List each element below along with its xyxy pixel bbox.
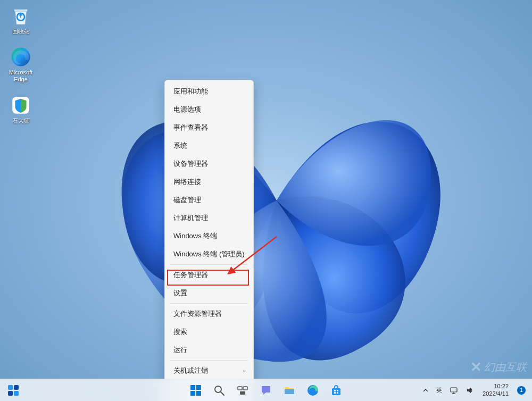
tray-time: 10:22 — [494, 383, 509, 390]
svg-rect-11 — [196, 391, 201, 396]
file-explorer-icon — [283, 384, 296, 397]
taskbar-task-view[interactable] — [232, 381, 253, 400]
svg-rect-21 — [337, 390, 338, 391]
volume-icon — [466, 386, 474, 395]
watermark-text: 幻由互联 — [484, 360, 527, 374]
menu-item-run[interactable]: 运行 — [167, 341, 251, 359]
svg-rect-10 — [190, 391, 195, 396]
tray-clock[interactable]: 10:22 2022/4/11 — [478, 383, 513, 398]
menu-item-search[interactable]: 搜索 — [167, 323, 251, 341]
taskbar-search[interactable] — [209, 381, 229, 400]
tray-overflow[interactable] — [419, 379, 432, 401]
desktop[interactable]: 回收站 Microsoft Edge 石大师 应用和功能 电源选项 事件查看器 … — [0, 0, 532, 401]
menu-item-apps-and-features[interactable]: 应用和功能 — [167, 82, 251, 101]
recycle-bin-icon — [10, 5, 32, 27]
svg-rect-4 — [8, 385, 13, 390]
menu-item-event-viewer[interactable]: 事件查看器 — [167, 119, 251, 137]
desktop-icon-label: Microsoft Edge — [9, 69, 33, 83]
taskbar-file-explorer[interactable] — [279, 381, 300, 400]
svg-rect-17 — [285, 389, 294, 394]
edge-icon — [306, 384, 319, 397]
svg-rect-24 — [451, 388, 457, 392]
menu-item-shutdown[interactable]: 关机或注销› — [167, 362, 251, 380]
svg-line-13 — [221, 392, 224, 395]
menu-item-network-connections[interactable]: 网络连接 — [167, 173, 251, 191]
svg-rect-14 — [238, 387, 242, 390]
menu-item-windows-terminal-admin[interactable]: Windows 终端 (管理员) — [167, 245, 251, 263]
widgets-left-icon[interactable] — [3, 381, 23, 400]
start-icon — [189, 384, 202, 397]
svg-rect-22 — [334, 392, 336, 394]
desktop-icon-label: 回收站 — [12, 28, 30, 35]
desktop-icon-recycle-bin[interactable]: 回收站 — [3, 3, 39, 37]
menu-item-power-options[interactable]: 电源选项 — [167, 101, 251, 119]
task-view-icon — [236, 384, 249, 397]
chevron-right-icon: › — [243, 368, 245, 374]
taskbar-edge[interactable] — [303, 381, 323, 400]
svg-rect-8 — [190, 385, 195, 390]
wallpaper-bloom — [90, 14, 463, 387]
desktop-icon-label: 石大师 — [12, 118, 30, 124]
svg-rect-15 — [243, 387, 247, 390]
menu-item-settings[interactable]: 设置 — [167, 284, 251, 302]
menu-item-device-manager[interactable]: 设备管理器 — [167, 155, 251, 173]
menu-item-task-manager[interactable]: 任务管理器 — [167, 266, 251, 284]
svg-rect-5 — [14, 385, 19, 390]
menu-item-computer-management[interactable]: 计算机管理 — [167, 209, 251, 227]
desktop-icon-edge[interactable]: Microsoft Edge — [3, 44, 39, 85]
taskbar-store[interactable] — [326, 381, 346, 400]
svg-point-12 — [215, 386, 221, 392]
ime-label: 英 — [436, 386, 442, 394]
network-icon — [450, 386, 458, 395]
tray-network[interactable] — [446, 379, 461, 401]
menu-separator — [170, 303, 248, 304]
notification-badge[interactable]: 1 — [517, 386, 526, 395]
watermark: ✕ 幻由互联 — [470, 359, 527, 375]
svg-rect-6 — [8, 391, 13, 396]
tray-date: 2022/4/11 — [483, 390, 509, 398]
tray-volume[interactable] — [462, 379, 477, 401]
svg-rect-19 — [332, 388, 340, 395]
desktop-icon-shidashi[interactable]: 石大师 — [3, 92, 39, 127]
svg-rect-23 — [337, 392, 338, 394]
start-button[interactable] — [186, 381, 206, 400]
shidashi-icon — [10, 94, 32, 116]
chevron-up-icon — [422, 387, 429, 394]
winx-context-menu: 应用和功能 电源选项 事件查看器 系统 设备管理器 网络连接 磁盘管理 计算机管… — [164, 80, 254, 401]
edge-icon — [10, 46, 32, 68]
svg-rect-9 — [196, 385, 201, 390]
tray-ime[interactable]: 英 — [433, 379, 445, 401]
menu-separator — [170, 360, 248, 361]
menu-item-windows-terminal[interactable]: Windows 终端 — [167, 227, 251, 245]
menu-separator — [170, 264, 248, 265]
menu-item-system[interactable]: 系统 — [167, 137, 251, 155]
menu-item-disk-management[interactable]: 磁盘管理 — [167, 191, 251, 209]
desktop-icons: 回收站 Microsoft Edge 石大师 — [3, 3, 39, 127]
taskbar-chat[interactable] — [256, 381, 276, 400]
svg-rect-20 — [334, 390, 336, 391]
search-icon — [213, 384, 226, 397]
menu-item-file-explorer[interactable]: 文件资源管理器 — [167, 305, 251, 323]
watermark-logo: ✕ — [470, 359, 482, 375]
store-icon — [330, 384, 343, 397]
svg-rect-7 — [14, 391, 19, 396]
taskbar: 英 10:22 2022/4/11 1 — [0, 379, 532, 401]
svg-rect-16 — [240, 391, 245, 395]
chat-icon — [260, 384, 272, 397]
